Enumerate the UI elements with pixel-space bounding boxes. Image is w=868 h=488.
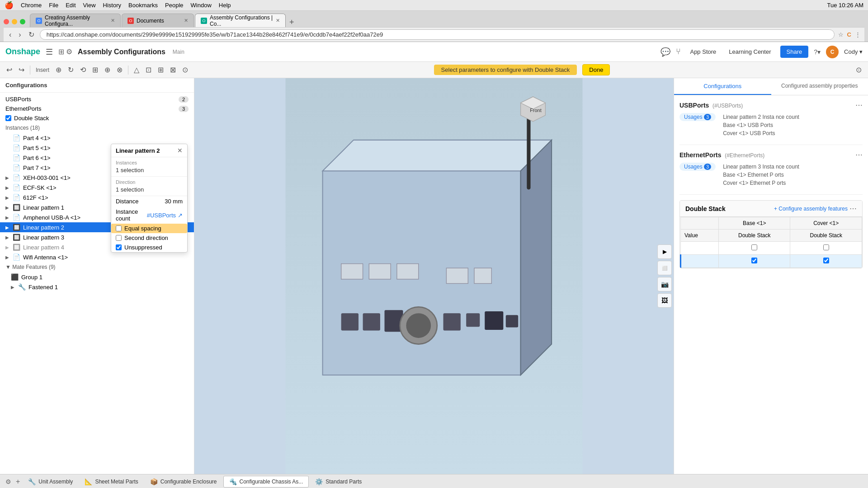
expand-icon-lp3[interactable]: ▶ — [5, 235, 11, 240]
browser-tab-3[interactable]: O Assembly Configurations | Co... ✕ — [195, 14, 286, 27]
apple-menu[interactable]: 🍎 — [5, 1, 14, 9]
ds-row-1-base-checkbox[interactable] — [751, 244, 757, 250]
app-store-button[interactable]: App Store — [686, 47, 720, 57]
close-window-btn[interactable] — [4, 19, 9, 24]
new-tab-button[interactable]: + — [287, 18, 297, 27]
grid-icon[interactable]: ⊞ — [58, 47, 64, 56]
forward-button[interactable]: › — [17, 30, 23, 40]
expand-icon-amp[interactable]: ▶ — [5, 215, 11, 220]
fp-unsuppressed-checkbox[interactable] — [116, 244, 122, 250]
fp-unsuppressed-row[interactable]: Unsuppressed — [111, 243, 187, 252]
chrome-menu[interactable]: Chrome — [21, 2, 42, 9]
add-tab-button[interactable]: + — [14, 478, 22, 486]
fp-instances-value[interactable]: 1 selection — [116, 167, 183, 174]
usb-usages-button[interactable]: Usages 3 — [679, 113, 716, 121]
viewport-btn-3[interactable]: 📷 — [657, 277, 672, 291]
window-menu[interactable]: Window — [191, 2, 212, 9]
ds-row-1-cover-checkbox[interactable] — [823, 244, 829, 250]
tab-1-close[interactable]: ✕ — [111, 18, 115, 23]
expand-icon-lp2[interactable]: ▶ — [5, 225, 11, 230]
tab-unit-assembly[interactable]: 🔧 Unit Assembly — [23, 476, 78, 487]
tab-3-close[interactable]: ✕ — [276, 18, 280, 23]
ds-row-2-base-checkbox[interactable] — [751, 258, 757, 263]
double-stack-checkbox[interactable] — [5, 115, 11, 121]
profile-icon[interactable]: C — [847, 31, 851, 38]
tree-item-fastened1[interactable]: ▶ 🔧 Fastened 1 — [0, 282, 194, 292]
toolbar-btn-12[interactable]: ⊙ — [179, 64, 191, 76]
tab-settings-button[interactable]: ⚙ — [4, 477, 13, 486]
toolbar-btn-6[interactable]: ⊕ — [102, 64, 113, 76]
expand-icon-xeh[interactable]: ▶ — [5, 175, 11, 180]
expand-icon-612f[interactable]: ▶ — [5, 195, 11, 200]
history-menu[interactable]: History — [103, 2, 121, 9]
fp-instance-count-value[interactable]: #USBPorts — [147, 212, 176, 219]
ethernet-usages-button[interactable]: Usages 3 — [679, 163, 716, 171]
help-button[interactable]: ?▾ — [814, 48, 821, 56]
fp-equal-spacing-row[interactable]: Equal spacing — [111, 224, 187, 233]
toolbar-btn-10[interactable]: ⊞ — [155, 64, 166, 76]
toolbar-btn-4[interactable]: ⟲ — [77, 64, 89, 76]
tab-2-close[interactable]: ✕ — [184, 18, 188, 23]
hamburger-menu[interactable]: ☰ — [46, 47, 53, 57]
user-avatar[interactable]: C — [826, 46, 839, 58]
toolbar-btn-11[interactable]: ⊠ — [167, 64, 179, 76]
configure-features-button[interactable]: + Configure assembly features — [774, 206, 848, 212]
tree-item-group1[interactable]: ⬛ Group 1 — [0, 272, 194, 282]
viewport-btn-4[interactable]: 🖼 — [657, 293, 672, 308]
tab-configurable-enclosure[interactable]: 📦 Configurable Enclosure — [145, 476, 222, 487]
double-stack-row[interactable]: Double Stack — [0, 113, 194, 123]
tab-configurable-chassis[interactable]: 🔩 Configurable Chassis As... — [223, 476, 309, 488]
fp-equal-spacing-checkbox[interactable] — [116, 225, 122, 231]
expand-icon-f1[interactable]: ▶ — [11, 285, 16, 290]
back-button[interactable]: ‹ — [7, 30, 13, 40]
ds-row-2-cover-checkbox[interactable] — [823, 258, 829, 263]
user-name[interactable]: Cody ▾ — [844, 48, 863, 55]
learning-center-button[interactable]: Learning Center — [725, 47, 774, 57]
expand-icon-wifi[interactable]: ▶ — [5, 255, 11, 260]
fp-second-direction-row[interactable]: Second direction — [111, 233, 187, 243]
menu-icon[interactable]: ⋮ — [855, 31, 861, 38]
maximize-window-btn[interactable] — [20, 19, 25, 24]
tab-configurations[interactable]: Configurations — [674, 78, 771, 95]
help-menu[interactable]: Help — [219, 2, 231, 9]
minimize-window-btn[interactable] — [12, 19, 17, 24]
ethernet-more-button[interactable]: ⋯ — [855, 150, 863, 159]
usb-more-button[interactable]: ⋯ — [855, 101, 863, 109]
tree-item-part4[interactable]: 📄 Part 4 <1> — [0, 133, 194, 143]
tab-configured-assembly[interactable]: Configured assembly properties — [771, 78, 868, 95]
toolbar-btn-2[interactable]: ⊕ — [53, 64, 64, 76]
mate-expand-icon[interactable]: ▼ — [5, 264, 11, 270]
file-menu[interactable]: File — [49, 2, 58, 9]
fp-direction-value[interactable]: 1 selection — [116, 186, 183, 193]
usb-ports-config[interactable]: USBPorts 2 — [0, 94, 194, 104]
toolbar-btn-end[interactable]: ⊙ — [853, 64, 864, 76]
share-button[interactable]: Share — [780, 46, 809, 58]
undo-button[interactable]: ↩ — [4, 64, 15, 76]
redo-button[interactable]: ↪ — [16, 64, 27, 76]
bookmark-icon[interactable]: ☆ — [838, 31, 844, 38]
toolbar-btn-8[interactable]: △ — [131, 64, 142, 76]
toolbar-btn-9[interactable]: ⊡ — [143, 64, 154, 76]
browser-tab-1[interactable]: O Creating Assembly Configura... ✕ — [30, 14, 121, 27]
tab-sheet-metal[interactable]: 📐 Sheet Metal Parts — [79, 476, 143, 487]
branch-icon[interactable]: ⑂ — [676, 47, 681, 56]
toolbar-btn-3[interactable]: ↻ — [65, 64, 76, 76]
view-menu[interactable]: View — [83, 2, 96, 9]
fp-second-direction-checkbox[interactable] — [116, 235, 122, 241]
expand-icon-lp4[interactable]: ▶ — [5, 245, 11, 250]
view-cube-btn[interactable]: ⬜ — [657, 261, 672, 275]
ethernet-ports-config[interactable]: EthernetPorts 3 — [0, 104, 194, 113]
ds-more-button[interactable]: ⋯ — [849, 204, 857, 213]
fp-link-icon[interactable]: ↗ — [178, 212, 183, 219]
browser-tab-2[interactable]: O Documents ✕ — [122, 14, 194, 27]
done-button[interactable]: Done — [582, 64, 610, 75]
address-bar[interactable] — [40, 29, 835, 40]
toolbar-btn-7[interactable]: ⊗ — [114, 64, 125, 76]
fp-close-button[interactable]: ✕ — [177, 147, 183, 154]
expand-icon-lp1[interactable]: ▶ — [5, 205, 11, 210]
toolbar-btn-5[interactable]: ⊞ — [90, 64, 101, 76]
bookmarks-menu[interactable]: Bookmarks — [128, 2, 158, 9]
config-icon[interactable]: ⚙ — [66, 47, 72, 56]
tab-standard-parts[interactable]: ⚙️ Standard Parts — [310, 476, 367, 487]
chat-icon[interactable]: 💬 — [660, 47, 670, 57]
